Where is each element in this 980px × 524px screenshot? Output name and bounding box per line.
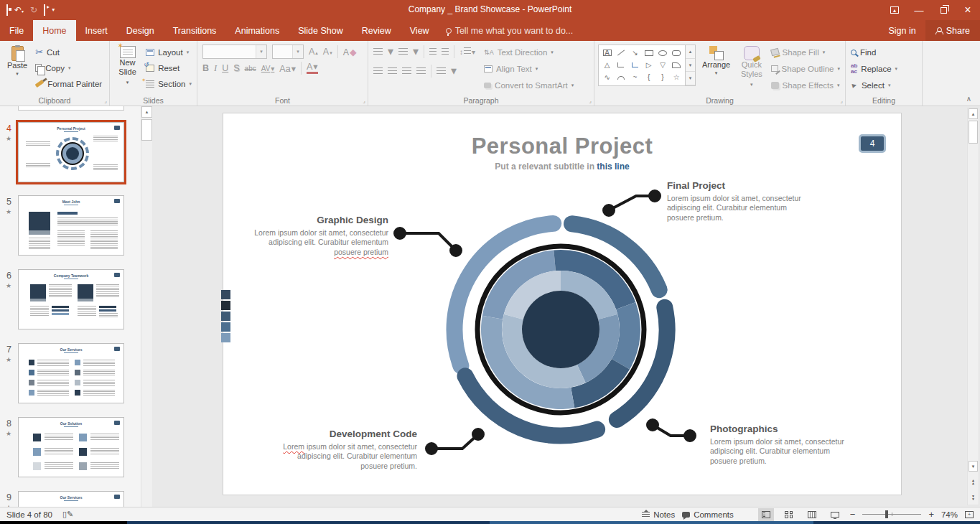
justify-icon[interactable] — [416, 67, 426, 75]
shape-rounded-rectangle-icon[interactable] — [672, 50, 681, 56]
restore-icon[interactable] — [931, 0, 956, 20]
replace-button[interactable]: abac Replace▾ — [848, 61, 900, 76]
shape-line-icon[interactable] — [617, 50, 625, 56]
format-painter-button[interactable]: Format Painter — [32, 76, 105, 91]
tab-file[interactable]: File — [0, 20, 33, 41]
convert-to-smartart-button[interactable]: Convert to SmartArt▾ — [481, 78, 577, 93]
zoom-slider[interactable] — [862, 514, 921, 515]
font-dialog-launcher-icon[interactable]: ⌟ — [363, 98, 365, 104]
tab-review[interactable]: Review — [353, 20, 401, 41]
thumbnail-scrollbar[interactable]: ▲ — [141, 106, 152, 507]
shape-outline-button[interactable]: Shape Outline▾ — [768, 61, 843, 76]
shape-gallery-scrollbar[interactable]: ▲ ▼ ▼ — [686, 45, 696, 86]
clipboard-dialog-launcher-icon[interactable]: ⌟ — [104, 98, 107, 104]
thumbnail-slide7[interactable]: Our Services — [18, 343, 124, 403]
shape-corner-icon[interactable] — [672, 62, 681, 68]
tab-view[interactable]: View — [401, 20, 439, 41]
tell-me-box[interactable]: Tell me what you want to do... — [439, 20, 581, 41]
increase-indent-icon[interactable] — [442, 48, 449, 55]
shape-curve-icon[interactable]: ~ — [633, 74, 637, 81]
slideshow-button[interactable] — [827, 508, 843, 521]
layout-button[interactable]: Layout ▾ — [143, 45, 195, 60]
current-slide[interactable]: Personal Project Put a relevant subtitle… — [223, 113, 902, 495]
callout-graphic-design[interactable]: Graphic Design Lorem ipsum dolor sit ame… — [252, 214, 388, 257]
tab-design[interactable]: Design — [117, 20, 164, 41]
notes-button[interactable]: Notes — [642, 510, 675, 519]
chevron-down-icon[interactable]: ▾ — [256, 45, 266, 58]
tab-home[interactable]: Home — [33, 20, 75, 41]
shape-elbow-connector-icon[interactable] — [617, 62, 624, 67]
spell-check-icon[interactable]: ▯✎ — [62, 510, 73, 519]
text-shadow-button[interactable]: S — [233, 63, 239, 73]
reading-view-button[interactable] — [804, 508, 820, 521]
zoom-out-button[interactable]: − — [850, 509, 856, 520]
shape-rectangle-icon[interactable] — [645, 50, 653, 56]
scroll-down-icon[interactable]: ▼ — [969, 461, 978, 472]
thumbnail-slide9[interactable]: Our Services — [18, 491, 124, 507]
strikethrough-button[interactable]: abc — [245, 65, 256, 72]
callout-photographics[interactable]: Photographics Lorem ipsum dolor sit amet… — [710, 423, 846, 466]
shape-down-arrow-icon[interactable]: ▽ — [660, 62, 666, 69]
section-button[interactable]: Section ▾ — [143, 76, 195, 91]
thumbnail-slide4[interactable]: Personal Project — [18, 122, 124, 182]
animation-star-icon[interactable]: ★ — [6, 208, 11, 215]
minimize-icon[interactable]: — — [907, 0, 931, 20]
tab-transitions[interactable]: Transitions — [164, 20, 226, 41]
copy-button[interactable]: Copy ▾ — [32, 60, 105, 75]
comments-button[interactable]: Comments — [682, 510, 734, 519]
decrease-indent-icon[interactable] — [429, 48, 437, 55]
normal-view-button[interactable] — [758, 508, 774, 521]
shape-fill-button[interactable]: Shape Fill▾ — [768, 45, 843, 60]
chevron-down-icon[interactable]: ▾ — [292, 45, 303, 58]
shape-scroll-up-icon[interactable]: ▲ — [686, 45, 695, 59]
shape-triangle-icon[interactable]: △ — [605, 62, 610, 69]
arrange-button[interactable]: Arrange ▾ — [697, 43, 735, 94]
main-scrollbar[interactable]: ▲ ▼ ▲▲ ▼▼ — [967, 108, 979, 505]
find-button[interactable]: Find — [848, 45, 900, 60]
scroll-up-icon[interactable]: ▲ — [141, 106, 152, 118]
tab-slideshow[interactable]: Slide Show — [289, 20, 353, 41]
shape-right-brace-icon[interactable]: } — [661, 74, 663, 81]
slide-indicator[interactable]: Slide 4 of 80 — [6, 510, 52, 519]
change-case-button[interactable]: Aa▾ — [279, 63, 296, 74]
shape-elbow-arrow-connector-icon[interactable] — [632, 62, 638, 67]
animation-star-icon[interactable]: ★ — [6, 282, 11, 289]
thumbnail-slide6[interactable]: Company Teamwork — [18, 269, 124, 329]
ribbon-display-options-icon[interactable]: ▴ — [882, 0, 907, 20]
shape-scroll-down-icon[interactable]: ▼ — [686, 59, 695, 72]
callout-final-project[interactable]: Final Project Lorem ipsum dolor sit amet… — [667, 179, 803, 223]
thumbnail-slide3-partial[interactable] — [18, 106, 124, 111]
zoom-level[interactable]: 74% — [941, 510, 958, 519]
character-spacing-button[interactable]: AV▾ — [261, 65, 275, 72]
numbering-icon[interactable] — [398, 48, 408, 55]
paste-button[interactable]: Paste ▾ — [2, 43, 32, 94]
shape-textbox-icon[interactable]: A — [603, 50, 612, 56]
shape-oval-icon[interactable] — [658, 50, 667, 56]
zoom-in-button[interactable]: + — [928, 509, 934, 520]
align-right-icon[interactable] — [402, 67, 411, 75]
tab-animations[interactable]: Animations — [225, 20, 289, 41]
collapse-ribbon-icon[interactable]: ∧ — [966, 95, 971, 103]
clear-formatting-button[interactable]: A◆ — [343, 47, 357, 57]
callout-development-code[interactable]: Development Code Lorem ipsum dolor sit a… — [281, 428, 417, 471]
font-name-combo[interactable]: ▾ — [202, 45, 267, 59]
align-left-icon[interactable] — [373, 67, 383, 75]
shape-effects-button[interactable]: Shape Effects▾ — [768, 78, 843, 93]
cut-button[interactable]: ✂ Cut — [32, 45, 105, 60]
center-circle[interactable] — [522, 291, 599, 368]
fit-to-window-icon[interactable]: + — [965, 511, 974, 518]
scrollbar-thumb[interactable] — [141, 119, 152, 141]
slide-sorter-button[interactable] — [781, 508, 797, 521]
shape-more-icon[interactable]: ▼ — [686, 72, 695, 85]
sign-in-button[interactable]: Sign in — [879, 20, 925, 41]
grow-font-button[interactable]: A▴ — [309, 47, 318, 57]
shape-right-arrow-icon[interactable]: ▷ — [646, 62, 652, 69]
zoom-slider-thumb[interactable] — [885, 510, 888, 518]
animation-star-icon[interactable]: ★ — [6, 356, 11, 363]
next-slide-icon[interactable]: ▼▼ — [969, 492, 978, 503]
shape-star-icon[interactable]: ☆ — [673, 74, 680, 81]
thumbnail-slide5[interactable]: Meet John — [18, 195, 124, 256]
previous-slide-icon[interactable]: ▲▲ — [969, 476, 978, 487]
close-icon[interactable]: × — [956, 0, 980, 20]
reset-button[interactable]: Reset — [143, 60, 195, 75]
